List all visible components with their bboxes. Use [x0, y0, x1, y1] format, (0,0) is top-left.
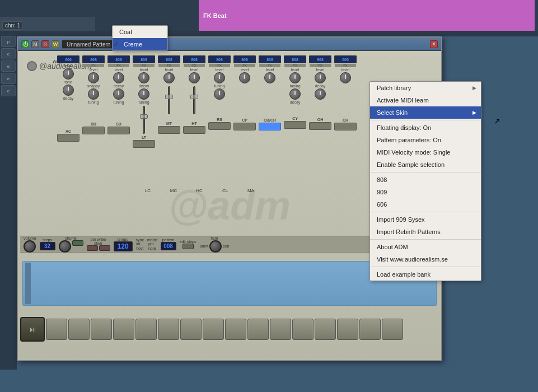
- menu-item-select-skin[interactable]: Select Skin ▶: [370, 106, 481, 119]
- menu-item-activate-midi[interactable]: Activate MIDI learn: [370, 94, 481, 106]
- sync-host[interactable]: host: [136, 246, 143, 250]
- ptn-clear-btn[interactable]: [99, 245, 110, 251]
- menu-label-import-rebirth: Import Rebirth Patterns: [377, 228, 441, 235]
- close-button[interactable]: ×: [430, 40, 438, 48]
- channel-btn-ac[interactable]: [57, 134, 79, 142]
- menu-item-import-909[interactable]: Import 909 Sysex: [370, 213, 481, 226]
- slider-ht[interactable]: [190, 86, 198, 114]
- edit-steps-btn[interactable]: [183, 244, 194, 249]
- knob-cy-tuning[interactable]: [289, 88, 301, 100]
- knob-lt-level[interactable]: [138, 72, 149, 83]
- menu-item-midi-velocity[interactable]: MIDI Velocity mode: Single: [370, 146, 481, 158]
- knob-cbcr-level[interactable]: [264, 72, 275, 83]
- menu-item-enable-sample[interactable]: Enable Sample selection: [370, 158, 481, 171]
- menu-item-import-rebirth[interactable]: Import Rebirth Patterns: [370, 226, 481, 238]
- logo-circle: [27, 61, 37, 71]
- channel-btn-cp[interactable]: [233, 123, 256, 130]
- mode-label: mode: [147, 238, 157, 242]
- menu-item-visit-web[interactable]: Visit www.audiorealism.se: [370, 253, 481, 265]
- menu-item-floating-display[interactable]: Floating display: On: [370, 122, 481, 134]
- knob-mt-level[interactable]: [163, 72, 175, 83]
- rec-button[interactable]: R: [41, 40, 49, 48]
- submenu-item-coal[interactable]: Coal: [113, 26, 167, 38]
- slider-handle-ht[interactable]: [190, 95, 198, 99]
- knob-rs-level[interactable]: [214, 72, 225, 83]
- sidebar-item-4[interactable]: e: [1, 85, 16, 96]
- pad-btn-10[interactable]: [247, 319, 269, 340]
- sync-int[interactable]: int: [136, 242, 143, 246]
- channel-btn-mt[interactable]: [158, 126, 180, 134]
- pad-btn-3[interactable]: [91, 319, 112, 340]
- pad-btn-11[interactable]: [270, 319, 291, 340]
- pad-btn-2[interactable]: [68, 319, 90, 340]
- channel-btn-rs[interactable]: [208, 122, 231, 130]
- knob-lt-decay[interactable]: [138, 88, 149, 100]
- mode-ptn[interactable]: ptn: [148, 242, 156, 246]
- slider-handle-lt[interactable]: [140, 114, 148, 119]
- channel-btn-sd[interactable]: [107, 127, 130, 134]
- pad-btn-9[interactable]: [225, 319, 246, 340]
- sidebar-item-2[interactable]: e: [1, 60, 16, 72]
- knob-bd-snappy[interactable]: [88, 88, 99, 100]
- slider-mt[interactable]: [165, 86, 173, 114]
- flam-knob[interactable]: [209, 240, 222, 253]
- menu-item-load-example[interactable]: Load example bank: [370, 268, 481, 281]
- pad-btn-4[interactable]: [113, 319, 134, 340]
- menu-item-808[interactable]: 808: [370, 174, 481, 186]
- pad-btn-16[interactable]: [382, 319, 403, 340]
- channel-btn-ch[interactable]: [334, 123, 357, 130]
- pad-btn-6[interactable]: [158, 319, 179, 340]
- knob-ht-level[interactable]: [189, 72, 200, 83]
- pad-btn-5[interactable]: [135, 319, 157, 340]
- channel-btn-lt[interactable]: [133, 140, 155, 148]
- channel-btn-cbcr[interactable]: [259, 123, 281, 130]
- mute-button[interactable]: M: [31, 40, 39, 48]
- sidebar-item-3[interactable]: e: [1, 73, 16, 84]
- menu-label-about-adm: About ADM: [377, 244, 408, 250]
- knob-oh-decay[interactable]: [315, 88, 326, 100]
- knob-acc-level[interactable]: [63, 68, 74, 80]
- pad-btn-15[interactable]: [359, 319, 381, 340]
- sidebar-item-1[interactable]: e: [1, 48, 16, 59]
- pattern-display[interactable]: 008: [161, 242, 176, 250]
- menu-item-606[interactable]: 606: [370, 198, 481, 211]
- steps-display[interactable]: 32: [40, 242, 55, 250]
- knob-sd-level[interactable]: [113, 72, 124, 83]
- knob-cp-level[interactable]: [239, 72, 250, 83]
- pad-btn-1[interactable]: [46, 319, 67, 340]
- knob-oh-level[interactable]: [315, 72, 326, 83]
- tempo-display[interactable]: 120: [114, 241, 133, 251]
- knob-bd-level[interactable]: [88, 72, 99, 83]
- knob-rs-tuning[interactable]: [214, 88, 225, 100]
- menu-item-patch-library[interactable]: Patch library ▶: [370, 82, 481, 94]
- power-button[interactable]: ⏻: [21, 40, 29, 48]
- play-stop-button[interactable]: ⏯: [20, 317, 45, 342]
- pad-btn-14[interactable]: [337, 319, 358, 340]
- channel-btn-ht[interactable]: [183, 126, 205, 134]
- volume-knob[interactable]: [24, 240, 36, 253]
- menu-item-909[interactable]: 909: [370, 186, 481, 198]
- pad-btn-7[interactable]: [180, 319, 202, 340]
- knob-ch-level[interactable]: [340, 72, 351, 83]
- cascade-handle[interactable]: [25, 263, 31, 304]
- slider-lt[interactable]: [140, 106, 148, 134]
- mode-note[interactable]: note: [148, 246, 156, 250]
- pad-btn-13[interactable]: [315, 319, 336, 340]
- knob-sd-decay[interactable]: [113, 88, 124, 100]
- slider-handle-mt[interactable]: [165, 95, 173, 99]
- channel-btn-cy[interactable]: [284, 121, 306, 129]
- solo-button[interactable]: W: [52, 40, 59, 48]
- pad-btn-12[interactable]: [292, 319, 314, 340]
- sidebar-item-pattern[interactable]: p: [1, 36, 16, 47]
- shuffle-on-btn[interactable]: [72, 240, 83, 246]
- pad-btn-8[interactable]: [203, 319, 224, 340]
- channel-btn-oh[interactable]: [309, 122, 331, 130]
- menu-item-pattern-params[interactable]: Pattern parameters: On: [370, 134, 481, 146]
- knob-acc-tone[interactable]: [63, 85, 74, 96]
- submenu-item-creme[interactable]: ✓ Creme: [113, 38, 167, 50]
- ptn-write-btn[interactable]: [87, 245, 98, 251]
- menu-item-about-adm[interactable]: About ADM: [370, 241, 481, 253]
- shuffle-amnt-knob[interactable]: [59, 240, 71, 253]
- knob-cy-level[interactable]: [289, 72, 301, 83]
- channel-btn-bd[interactable]: [82, 127, 105, 134]
